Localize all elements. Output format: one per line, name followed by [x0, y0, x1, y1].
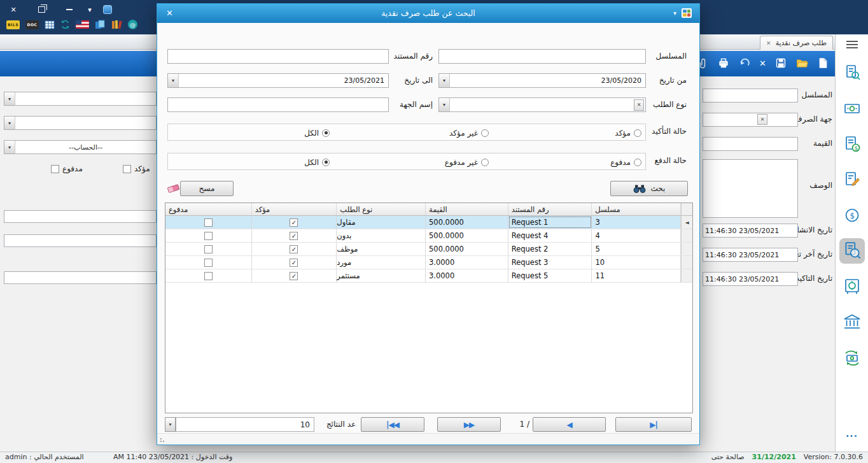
bg-pay-entity-clear-icon[interactable]: ✕: [757, 114, 767, 125]
cell-amount[interactable]: 500.0000: [426, 216, 508, 229]
doc-icon[interactable]: DOC: [25, 20, 39, 29]
cell-serial[interactable]: 3: [592, 216, 681, 229]
paid-checkbox[interactable]: [204, 218, 213, 227]
header-serial[interactable]: مسلسل: [592, 203, 681, 215]
radio-confirmed[interactable]: مؤكد: [615, 124, 641, 141]
bg-confirmed-checkbox[interactable]: مؤكد: [123, 164, 150, 173]
sidebar-icon-document-search[interactable]: [839, 60, 865, 85]
cell-serial[interactable]: 10: [592, 256, 681, 269]
paid-checkbox[interactable]: [204, 232, 213, 240]
sidebar-more-ellipsis[interactable]: ...: [839, 421, 865, 446]
results-count-input[interactable]: 10: [176, 417, 314, 432]
radio-icon[interactable]: [634, 159, 641, 166]
cell-doc-number[interactable]: Request 5: [508, 269, 592, 282]
usa-flag-icon[interactable]: [76, 20, 89, 29]
radio-icon[interactable]: [634, 129, 641, 137]
confirmed-checkbox[interactable]: ✓: [290, 245, 298, 253]
cell-serial[interactable]: 4: [592, 229, 681, 242]
radio-paid[interactable]: مدفوع: [610, 153, 641, 171]
sidebar-icon-safe[interactable]: [839, 274, 865, 299]
checkbox-icon[interactable]: [123, 165, 131, 173]
bg-pay-entity-input[interactable]: [703, 113, 798, 127]
bg-description-textarea[interactable]: [703, 159, 798, 218]
bils-icon[interactable]: BILS: [6, 20, 20, 29]
sidebar-icon-dollar-circle[interactable]: $: [839, 203, 865, 228]
to-date-picker[interactable]: ▾ 23/05/2021: [167, 73, 389, 88]
restore-window-button[interactable]: [33, 4, 50, 15]
chevron-down-icon[interactable]: ▾: [4, 141, 15, 153]
radio-icon[interactable]: [322, 159, 330, 166]
close-window-button[interactable]: ✕: [5, 4, 22, 15]
cell-doc-number[interactable]: Request 3: [508, 256, 592, 269]
table-row[interactable]: ✓ مستثمر 3.0000 Request 5 11: [165, 269, 692, 283]
eraser-icon[interactable]: [166, 182, 181, 195]
radio-confirm-all[interactable]: الكل: [304, 124, 330, 141]
table-grid-icon[interactable]: [45, 20, 55, 29]
new-document-icon[interactable]: [817, 57, 829, 69]
titlebar-menu-caret[interactable]: ▾: [84, 4, 95, 15]
bg-field-2[interactable]: [4, 234, 157, 247]
dialog-menu-caret-icon[interactable]: ▾: [673, 10, 676, 17]
print-icon[interactable]: [717, 57, 730, 69]
minimize-window-button[interactable]: [61, 4, 78, 15]
radio-icon[interactable]: [322, 129, 330, 137]
radio-unconfirmed[interactable]: غير مؤكد: [449, 124, 489, 141]
doc-number-input[interactable]: [167, 49, 389, 64]
sidebar-icon-money-exchange[interactable]: [839, 345, 865, 371]
header-request-type[interactable]: نوع الطلب: [337, 203, 426, 215]
cell-serial[interactable]: 11: [592, 269, 681, 282]
cell-request-type[interactable]: موظف: [337, 243, 426, 255]
delete-icon[interactable]: ✕: [759, 59, 766, 68]
chevron-down-icon[interactable]: ▾: [4, 92, 15, 105]
mention-at-icon[interactable]: @: [128, 20, 137, 29]
table-row[interactable]: ✓ موظف 500.0000 Request 2 5: [165, 243, 692, 256]
header-paid[interactable]: مدفوع: [165, 203, 252, 215]
cell-request-type[interactable]: بدون: [337, 229, 426, 242]
books-icon[interactable]: [111, 20, 122, 29]
paid-checkbox[interactable]: [204, 245, 213, 253]
search-button[interactable]: بحث: [610, 181, 688, 196]
results-count-dropdown-icon[interactable]: ▾: [165, 417, 176, 432]
tab-cash-disbursement-request[interactable]: ✕ طلب صرف نقدية: [760, 36, 833, 50]
checkbox-icon[interactable]: [51, 165, 59, 173]
sidebar-icon-cash[interactable]: [839, 96, 865, 121]
entity-name-input[interactable]: [167, 97, 389, 112]
confirmed-checkbox[interactable]: ✓: [290, 259, 298, 267]
chevron-down-icon[interactable]: ▾: [168, 74, 179, 87]
bg-field-1[interactable]: [4, 210, 157, 223]
sidebar-icon-bank[interactable]: [839, 310, 865, 335]
confirmed-checkbox[interactable]: ✓: [290, 218, 298, 227]
sidebar-icon-form-edit[interactable]: [839, 167, 865, 192]
menu-icon[interactable]: [844, 38, 860, 51]
undo-icon[interactable]: [738, 57, 751, 69]
serial-input[interactable]: [438, 49, 646, 64]
cell-amount[interactable]: 3.0000: [426, 256, 508, 269]
paid-checkbox[interactable]: [204, 259, 213, 267]
radio-pay-all[interactable]: الكل: [304, 153, 330, 171]
bg-amount-input[interactable]: [703, 137, 798, 151]
cell-doc-number[interactable]: Request 2: [508, 243, 592, 255]
cell-doc-number[interactable]: Request 1: [508, 216, 592, 229]
radio-icon[interactable]: [481, 159, 489, 166]
cell-amount[interactable]: 500.0000: [426, 229, 508, 242]
prev-page-button[interactable]: ◀: [533, 417, 606, 432]
request-type-combo[interactable]: ▾ ✕: [438, 97, 646, 112]
header-amount[interactable]: القيمة: [426, 203, 508, 215]
cell-serial[interactable]: 5: [592, 243, 681, 255]
radio-unpaid[interactable]: غير مدفوع: [445, 153, 489, 171]
table-row[interactable]: ✓ بدون 500.0000 Request 4 4: [165, 229, 692, 243]
table-row[interactable]: ✓ مقاول 500.0000 Request 1 3 ◄: [165, 216, 692, 229]
dialog-gallery-icon[interactable]: [682, 8, 692, 18]
bg-combo-1[interactable]: ▾: [4, 92, 157, 106]
save-icon[interactable]: [774, 57, 787, 69]
cell-request-type[interactable]: مورد: [337, 256, 426, 269]
chevron-down-icon[interactable]: ▾: [439, 74, 450, 87]
from-date-picker[interactable]: ▾ 23/05/2020: [438, 73, 646, 88]
request-type-clear-icon[interactable]: ✕: [634, 99, 644, 111]
confirmed-checkbox[interactable]: ✓: [290, 272, 298, 280]
table-row[interactable]: ✓ مورد 3.0000 Request 3 10: [165, 256, 692, 269]
documents-icon[interactable]: [95, 20, 106, 29]
cell-request-type[interactable]: مقاول: [337, 216, 426, 229]
cell-doc-number[interactable]: Request 4: [508, 229, 592, 242]
chevron-down-icon[interactable]: ▾: [439, 98, 450, 111]
